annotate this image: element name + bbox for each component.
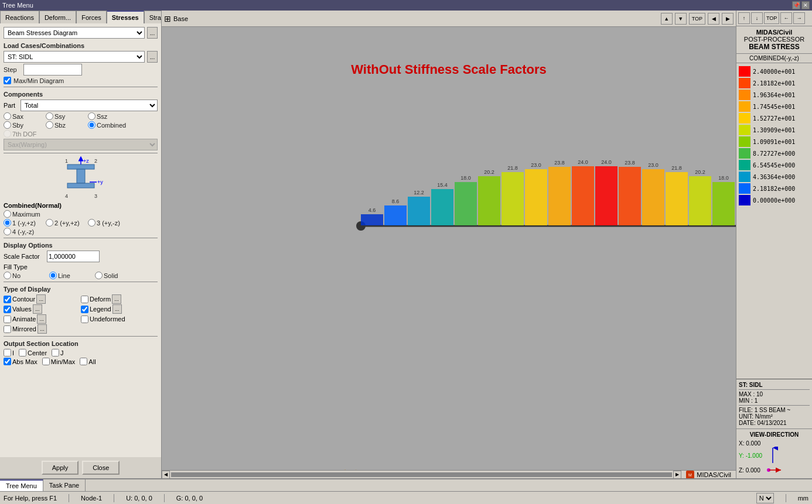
output-all[interactable]: All [80,358,95,365]
output-absmax[interactable]: Abs Max [4,358,37,365]
rt-btn-top[interactable]: TOP [764,12,779,24]
divider-4 [4,282,158,282]
fill-line[interactable]: Line [49,272,90,279]
diagram-select[interactable]: Beam Stresses Diagram [4,27,145,39]
svg-rect-37 [619,167,641,226]
radio-sbz[interactable]: Sbz [46,121,87,129]
values-dots[interactable]: ... [33,304,42,314]
radio-combined[interactable]: Combined [88,121,129,129]
svg-text:23.8: 23.8 [554,160,565,166]
rt-btn-4[interactable]: → [793,12,805,24]
scale-factor-input[interactable] [47,251,100,262]
view-direction: VIEW-DIRECTION X: 0.000 Y: -1.000 [736,428,812,478]
radio-sax[interactable]: Sax [4,112,45,120]
pin-button[interactable]: 📌 [792,1,800,9]
combined-normal-label: Combined(Normal) [4,202,158,209]
toolbar-btn-top[interactable]: TOP [689,13,705,25]
scroll-right-btn[interactable]: ▶ [673,471,681,479]
deform-checkbox[interactable] [81,296,88,303]
output-center-checkbox[interactable] [19,349,26,356]
mirrored-checkbox[interactable] [4,325,11,333]
radio-ssy[interactable]: Ssy [46,112,87,120]
radio-opt1[interactable]: 1 (-y,+z) [4,219,45,227]
color-legend-row: 4.36364e+000 [739,171,810,183]
svg-text:21.8: 21.8 [507,165,518,171]
svg-rect-23 [455,182,477,226]
diagram-dots-button[interactable]: ... [147,27,158,39]
radio-opt3[interactable]: 3 (+y,-z) [88,219,129,227]
radio-sby[interactable]: Sby [4,121,45,129]
output-absmax-checkbox[interactable] [4,358,11,365]
ibeam-diagram: 1 2 4 3 +z +y [54,156,107,200]
maxmin-checkbox[interactable] [4,77,11,84]
radio-7thdof[interactable]: 7th DOF [4,130,45,138]
status-div-4 [786,494,786,502]
tab-stresses[interactable]: Stresses [107,11,144,23]
radio-ssz[interactable]: Ssz [88,112,129,120]
output-j[interactable]: J [52,349,64,356]
toolbar-btn-3[interactable]: ◀ [708,13,719,25]
close-button[interactable]: ✕ [801,1,810,9]
radio-opt4[interactable]: 4 (-y,-z) [4,228,45,235]
values-checkbox[interactable] [4,306,11,313]
contour-dots[interactable]: ... [36,294,46,304]
display-deform: Deform ... [81,294,158,304]
load-cases-dots-button[interactable]: ... [147,51,158,63]
toolbar-btn-2[interactable]: ▼ [675,13,687,25]
output-j-checkbox[interactable] [52,349,59,356]
load-cases-select[interactable]: ST: SIDL [4,51,145,63]
fill-no[interactable]: No [4,272,45,279]
radio-maximum[interactable]: Maximum [4,210,158,218]
output-center[interactable]: Center [19,349,47,356]
display-legend: Legend ... [81,304,158,314]
animate-dots[interactable]: ... [37,314,46,324]
tab-strains[interactable]: Strains [144,11,162,23]
toolbar-btn-1[interactable]: ▲ [661,13,673,25]
output-all-checkbox[interactable] [80,358,87,365]
color-legend-row: 0.00000e+000 [739,194,810,206]
radio-opt2[interactable]: 2 (+y,+z) [46,219,87,227]
output-i[interactable]: I [4,349,14,356]
tab-reactions[interactable]: Reactions [0,11,39,23]
rt-btn-2[interactable]: ↓ [751,12,763,24]
bottom-tab-tree-menu[interactable]: Tree Menu [0,479,43,491]
output-minmax-checkbox[interactable] [42,358,50,365]
svg-text:20.2: 20.2 [695,169,705,175]
legend-app-name: MIDAS/Civil [739,29,810,36]
undeformed-checkbox[interactable] [81,316,88,323]
warping-select[interactable]: Sax(Warping) [4,139,158,150]
animate-checkbox[interactable] [4,316,11,323]
toolbar-btn-4[interactable]: ▶ [722,13,733,25]
tab-forces[interactable]: Forces [76,11,107,23]
app-title: Tree Menu [2,2,33,9]
svg-rect-21 [431,189,453,226]
contour-checkbox[interactable] [4,296,11,303]
direction-select[interactable]: N [756,493,774,503]
legend-dots[interactable]: ... [112,304,122,314]
vd-y: Y: -1.000 [739,447,810,464]
rt-btn-3[interactable]: ← [780,12,792,24]
svg-rect-43 [689,176,711,226]
y-arrow [767,447,779,464]
fill-solid[interactable]: Solid [95,272,136,279]
output-i-checkbox[interactable] [4,349,11,356]
legend-footer: ST: SIDL MAX : 10 MIN : 1 FILE: 1 SS BEA… [736,379,812,428]
step-input[interactable] [23,64,82,76]
color-legend-row: 1.74545e+001 [739,101,810,112]
button-row: Apply Close [0,457,161,478]
apply-button[interactable]: Apply [42,461,79,475]
output-minmax[interactable]: Min/Max [42,358,76,365]
rt-btn-1[interactable]: ↑ [738,12,750,24]
close-button-panel[interactable]: Close [82,461,120,475]
legend-checkbox[interactable] [81,306,88,313]
deform-dots[interactable]: ... [112,294,121,304]
part-select[interactable]: TotalTop FlangeWebBottom Flange [21,100,158,111]
tab-deform[interactable]: Deform... [39,11,76,23]
scroll-left-btn[interactable]: ◀ [162,471,170,479]
divider-5 [4,336,158,337]
color-swatch [739,78,750,88]
mirrored-dots[interactable]: ... [37,324,47,334]
h-scrollbar[interactable]: ◀ ▶ M MIDAS/Civil [162,470,736,478]
bottom-tab-task-pane[interactable]: Task Pane [43,479,86,491]
output-row-2: Abs Max Min/Max All [4,358,158,365]
